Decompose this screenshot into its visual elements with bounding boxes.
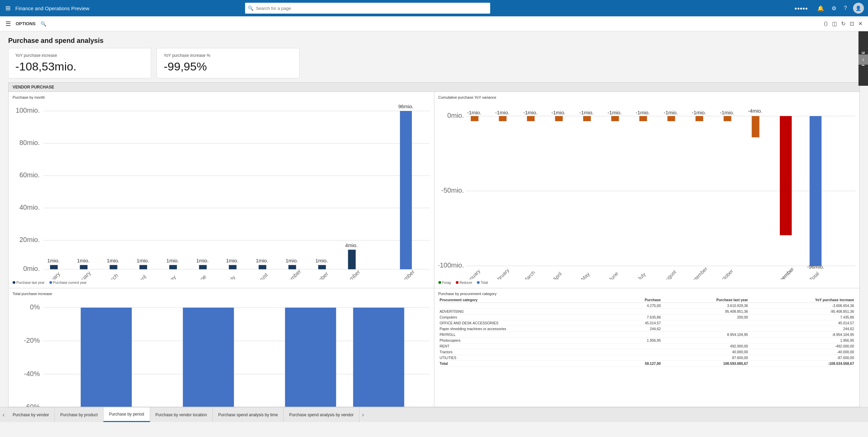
tab-purchase-spend-by-time[interactable]: Purchase spend analysis by time — [213, 407, 284, 422]
table-row: RENT492.000,00-492.000,00 — [438, 343, 856, 349]
table-cell-yoy: -492.000,00 — [749, 343, 855, 349]
table-cell-category: PAYROLL — [438, 332, 614, 338]
table-cell-yoy: -87.600,00 — [749, 355, 855, 361]
svg-rect-63 — [723, 116, 731, 121]
svg-rect-54 — [471, 116, 479, 121]
code-icon[interactable]: ⟨⟩ — [824, 20, 828, 27]
svg-text:April: April — [551, 271, 563, 280]
svg-text:1mio.: 1mio. — [196, 258, 209, 263]
table-row: PAYROLL8.954.104,95-8.954.104,95 — [438, 332, 856, 338]
cumulative-purchase-title: Cumulative purchase YoY variance — [438, 95, 856, 99]
svg-text:-1mio.: -1mio. — [607, 110, 622, 115]
tab-next-button[interactable]: › — [359, 407, 367, 422]
svg-text:July: July — [636, 271, 646, 280]
tab-purchase-by-vendor[interactable]: Purchase by vendor — [7, 407, 55, 422]
legend-reducer: Reducer — [460, 281, 472, 285]
svg-text:-4mio.: -4mio. — [748, 108, 762, 114]
svg-text:4mio.: 4mio. — [345, 242, 358, 248]
table-row: OFFICE AND DESK ACCESSORIES45.014,5745.0… — [438, 320, 856, 326]
purchase-by-month-chart: 100mio. 80mio. 60mio. 40mio. 20mio. 0mio… — [13, 101, 430, 285]
table-cell-last_year: 108.593.685,67 — [662, 361, 749, 367]
vendor-purchase-header: VENDOR PURCHASE — [9, 83, 859, 92]
tab-purchase-by-product[interactable]: Purchase by product — [55, 407, 103, 422]
svg-text:-96mio.: -96mio. — [807, 264, 824, 270]
settings-button[interactable]: ⚙ — [830, 4, 838, 13]
svg-text:April: April — [135, 274, 148, 279]
svg-text:1mio.: 1mio. — [47, 258, 60, 263]
svg-text:1mio.: 1mio. — [107, 258, 119, 263]
resize-icon[interactable]: ⊡ — [850, 20, 854, 27]
notifications-button[interactable]: 🔔 — [816, 4, 825, 13]
svg-rect-14 — [110, 265, 117, 270]
table-cell-purchase — [614, 349, 662, 355]
tab-purchase-by-period[interactable]: Purchase by period — [103, 407, 150, 422]
layers-icon[interactable]: ◫ — [832, 20, 837, 27]
user-name-display[interactable]: ●●●●● — [791, 4, 811, 12]
table-cell-category: Paper shredding machines or accessories — [438, 326, 614, 332]
svg-text:-1mio.: -1mio. — [636, 110, 650, 115]
svg-text:80mio.: 80mio. — [19, 139, 40, 146]
charts-container: VENDOR PURCHASE Purchase by month 100mio… — [8, 82, 860, 407]
table-cell-category: ADVERTISING — [438, 309, 614, 314]
col-header-last-year: Purchase last year — [662, 297, 749, 303]
tab-prev-button[interactable]: ‹ — [0, 407, 7, 422]
kpi-label-1: YoY purchase increase % — [164, 53, 292, 58]
second-toolbar: ☰ OPTIONS 🔍 ⟨⟩ ◫ ↻ ⊡ ✕ — [0, 16, 868, 31]
help-button[interactable]: ? — [842, 4, 848, 13]
svg-text:July: July — [225, 274, 237, 279]
grid-icon[interactable]: ⊞ — [4, 3, 12, 13]
table-cell-last_year: 8.954.104,95 — [662, 332, 749, 338]
svg-rect-66 — [809, 116, 821, 266]
table-cell-category: Tractors — [438, 349, 614, 355]
toolbar-search-icon[interactable]: 🔍 — [41, 21, 46, 27]
table-cell-yoy: -8.954.104,95 — [749, 332, 855, 338]
table-cell-yoy: 1.956,95 — [749, 338, 855, 343]
category-table: Procurement category Purchase Purchase l… — [438, 297, 856, 367]
filter-collapse-button[interactable]: ‹ — [858, 54, 868, 65]
avatar[interactable]: 👤 — [853, 3, 864, 14]
svg-text:-1mio.: -1mio. — [551, 110, 565, 115]
options-label[interactable]: OPTIONS — [16, 21, 36, 26]
svg-text:1mio.: 1mio. — [166, 258, 179, 263]
table-row: Paper shredding machines or accessories2… — [438, 326, 856, 332]
tab-purchase-by-vendor-location[interactable]: Purchase by vendor location — [150, 407, 213, 422]
table-cell-category: Total — [438, 361, 614, 367]
svg-text:-1mio.: -1mio. — [720, 110, 734, 115]
svg-text:0%: 0% — [30, 303, 40, 311]
purchase-by-month-panel: Purchase by month 100mio. 80mio. 60mio. … — [9, 92, 434, 288]
svg-text:Total: Total — [808, 271, 820, 279]
svg-text:September: September — [279, 268, 302, 279]
bottom-tabs: ‹ Purchase by vendor Purchase by product… — [0, 407, 868, 422]
svg-rect-64 — [752, 116, 759, 137]
svg-text:-1mio.: -1mio. — [467, 110, 481, 115]
cumulative-svg: 0mio. -50mio. -100mio. — [438, 101, 856, 279]
legend-last-year: Purchase last year — [16, 281, 45, 285]
kpi-value-1: -99,95% — [164, 60, 292, 73]
svg-rect-107 — [353, 308, 404, 407]
table-cell-yoy: -95.408.851,36 — [749, 309, 855, 314]
svg-rect-105 — [183, 308, 234, 407]
svg-rect-55 — [499, 116, 507, 121]
svg-text:February: February — [72, 270, 92, 279]
svg-text:-20%: -20% — [24, 337, 40, 344]
svg-text:1mio.: 1mio. — [286, 258, 298, 263]
kpi-card-1: YoY purchase increase % -99,95% — [157, 48, 300, 78]
table-cell-yoy: -108.534.558,67 — [749, 361, 855, 367]
svg-rect-13 — [80, 265, 88, 270]
svg-rect-18 — [229, 265, 237, 270]
hamburger-icon[interactable]: ☰ — [5, 20, 11, 28]
table-row: 4.275,003.610.929,36-3.606.654,36 — [438, 303, 856, 309]
refresh-icon[interactable]: ↻ — [841, 20, 846, 27]
svg-text:August: August — [662, 269, 677, 279]
tab-purchase-spend-by-vendor[interactable]: Purchase spend analysis by vendor — [284, 407, 359, 422]
search-input[interactable] — [245, 3, 490, 14]
legend-forag: Forag — [442, 281, 451, 285]
close-icon[interactable]: ✕ — [858, 20, 863, 27]
table-cell-purchase: 59.127,00 — [614, 361, 662, 367]
total-purchase-increase-chart: 0% -20% -40% -60% -80% -100% — [13, 297, 430, 407]
app-title: Finance and Operations Preview — [15, 5, 90, 11]
svg-text:October: October — [311, 271, 329, 279]
svg-text:40mio.: 40mio. — [19, 204, 40, 211]
kpi-label-0: YoY purchase increase — [15, 53, 144, 58]
table-cell-last_year: 87.600,00 — [662, 355, 749, 361]
